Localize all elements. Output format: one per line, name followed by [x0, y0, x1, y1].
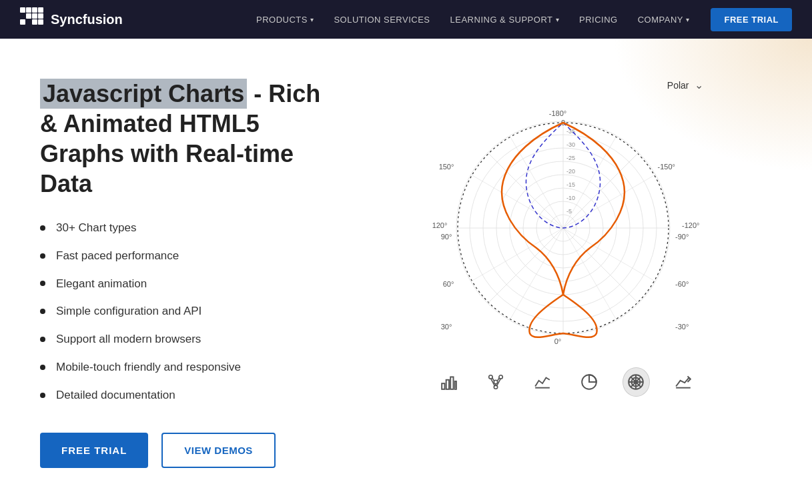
nav-item-solution[interactable]: SOLUTION SERVICES: [324, 9, 439, 30]
svg-text:-20: -20: [566, 168, 575, 175]
navbar: Syncfusion PRODUCTS ▾ SOLUTION SERVICES …: [0, 0, 812, 39]
hero-title: Javascript Charts - Rich & Animated HTML…: [40, 79, 334, 199]
nav-link-products[interactable]: PRODUCTS ▾: [247, 9, 323, 30]
free-trial-button[interactable]: FREE TRIAL: [40, 433, 148, 468]
bullet-icon: [40, 225, 45, 231]
feature-item: Support all modern browsers: [40, 331, 334, 347]
feature-item: Detailed documentation: [40, 387, 334, 403]
svg-text:-10: -10: [566, 195, 575, 201]
line-chart-icon-button[interactable]: [529, 367, 556, 397]
chevron-down-icon: ▾: [686, 16, 690, 23]
hero-features: 30+ Chart types Fast paced performance E…: [40, 220, 334, 403]
scatter-chart-icon-button[interactable]: [482, 367, 509, 397]
nav-link-learning[interactable]: LEARNING & SUPPORT ▾: [441, 9, 568, 30]
feature-item: Fast paced performance: [40, 248, 334, 264]
svg-text:150°: 150°: [438, 163, 454, 171]
bullet-icon: [40, 393, 45, 398]
chevron-down-icon: ▾: [310, 16, 314, 23]
svg-text:-30: -30: [566, 141, 575, 148]
hero-buttons: FREE TRIAL VIEW DEMOS: [40, 433, 334, 468]
logo-link[interactable]: Syncfusion: [20, 7, 123, 31]
svg-rect-37: [442, 383, 445, 389]
feature-item: Elegant animation: [40, 276, 334, 292]
svg-text:-90°: -90°: [675, 233, 689, 241]
svg-text:-5: -5: [566, 208, 572, 215]
svg-text:90°: 90°: [440, 233, 452, 241]
bullet-icon: [40, 365, 45, 370]
svg-text:-150°: -150°: [657, 163, 675, 171]
svg-text:120°: 120°: [432, 221, 447, 229]
bullet-icon: [40, 337, 45, 342]
hero-left: Javascript Charts - Rich & Animated HTML…: [40, 79, 360, 468]
logo-icon: [20, 7, 44, 31]
nav-item-products[interactable]: PRODUCTS ▾: [247, 9, 323, 30]
polar-chart-svg: -5 -10 -15 -20 -25 -30 -35 -180° 0 150° …: [423, 98, 703, 351]
polar-grid: -5 -10 -15 -20 -25 -30 -35 -180° 0 150° …: [432, 109, 699, 345]
nav-item-company[interactable]: COMPANY ▾: [629, 9, 699, 30]
chart-container: Polar ⌄: [423, 79, 710, 397]
chart-header: Polar ⌄: [423, 79, 710, 91]
chart-icons-row: [423, 367, 710, 397]
svg-text:-60°: -60°: [675, 280, 689, 288]
view-demos-button[interactable]: VIEW DEMOS: [161, 433, 276, 468]
chevron-down-icon: ▾: [556, 16, 560, 23]
svg-text:-120°: -120°: [682, 221, 699, 229]
feature-item: 30+ Chart types: [40, 220, 334, 236]
bullet-icon: [40, 253, 45, 259]
svg-rect-38: [446, 380, 449, 389]
hero-section: Javascript Charts - Rich & Animated HTML…: [0, 39, 812, 504]
svg-text:-30°: -30°: [675, 323, 689, 331]
nav-item-pricing[interactable]: PRICING: [570, 9, 627, 30]
area-chart-icon-button[interactable]: [670, 367, 697, 397]
svg-text:-180°: -180°: [548, 109, 566, 117]
svg-text:-25: -25: [566, 155, 575, 161]
chevron-down-icon: ⌄: [695, 79, 703, 91]
svg-rect-40: [455, 381, 456, 389]
feature-item: Simple configuration and API: [40, 303, 334, 319]
svg-text:60°: 60°: [442, 280, 454, 288]
nav-item-learning[interactable]: LEARNING & SUPPORT ▾: [441, 9, 568, 30]
bullet-icon: [40, 309, 45, 314]
nav-links: PRODUCTS ▾ SOLUTION SERVICES LEARNING & …: [247, 8, 792, 31]
nav-cta-link[interactable]: FREE TRIAL: [711, 8, 792, 31]
svg-rect-39: [451, 377, 454, 389]
bar-chart-icon-button[interactable]: [436, 367, 463, 397]
hero-right: Polar ⌄: [360, 79, 772, 397]
chart-type-dropdown[interactable]: Polar ⌄: [667, 79, 703, 91]
polar-chart-icon-button[interactable]: [623, 367, 649, 397]
logo-text: Syncfusion: [51, 12, 123, 27]
chart-type-label: Polar: [667, 80, 689, 91]
title-highlight: Javascript Charts: [40, 79, 247, 109]
svg-text:-35: -35: [566, 128, 575, 135]
svg-text:30°: 30°: [440, 323, 452, 331]
nav-item-cta[interactable]: FREE TRIAL: [700, 8, 792, 31]
nav-link-pricing[interactable]: PRICING: [570, 9, 627, 30]
nav-link-solution[interactable]: SOLUTION SERVICES: [324, 9, 439, 30]
nav-link-company[interactable]: COMPANY ▾: [629, 9, 699, 30]
svg-text:-15: -15: [566, 181, 575, 188]
svg-text:0°: 0°: [554, 337, 561, 345]
feature-item: Mobile-touch friendly and responsive: [40, 359, 334, 375]
bullet-icon: [40, 281, 45, 286]
pie-chart-icon-button[interactable]: [576, 367, 602, 397]
